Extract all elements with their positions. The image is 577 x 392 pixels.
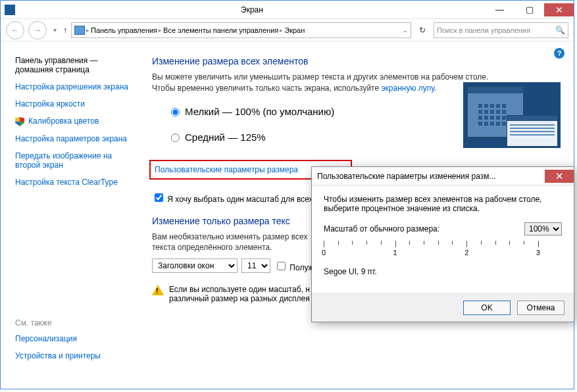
breadcrumb[interactable]: ▸ Панель управления ▸ Все элементы панел… (71, 22, 411, 38)
sidebar-item-project[interactable]: Передать изображение на второй экран (15, 151, 132, 170)
navigation-bar: ← → ▾ ↑ ▸ Панель управления ▸ Все элемен… (1, 19, 574, 41)
forward-button[interactable]: → (28, 21, 47, 39)
sidebar: Панель управления — домашняя страница На… (1, 41, 139, 387)
sidebar-item-brightness[interactable]: Настройка яркости (15, 99, 132, 109)
control-panel-icon (74, 26, 85, 35)
see-also-devices[interactable]: Устройства и принтеры (15, 351, 132, 360)
breadcrumb-sep: ▸ (280, 27, 283, 34)
dialog-titlebar: Пользовательские параметры изменения раз… (312, 167, 574, 185)
recent-dropdown-icon[interactable]: ▾ (51, 26, 59, 34)
single-scale-input[interactable] (155, 193, 163, 202)
bold-input[interactable] (277, 262, 286, 270)
ruler[interactable]: 0 1 2 3 (324, 241, 562, 260)
breadcrumb-item-2[interactable]: Экран (284, 26, 305, 34)
dialog-button-bar: OK Отмена (312, 293, 574, 322)
element-select[interactable]: Заголовки окон (152, 258, 238, 273)
font-sample: Segoe UI, 9 пт. (324, 267, 562, 276)
breadcrumb-item-0[interactable]: Панель управления (91, 26, 157, 34)
titlebar: Экран — ▢ ✕ (1, 1, 574, 19)
sidebar-item-label: Настройка текста ClearType (15, 178, 118, 187)
ruler-num-3: 3 (536, 249, 540, 257)
see-also-personalization[interactable]: Персонализация (15, 334, 132, 343)
preview-thumbnail (463, 82, 561, 148)
size-select[interactable]: 11 (241, 258, 270, 273)
scale-row: Масштаб от обычного размера: 100% (324, 222, 562, 235)
dialog-close-button[interactable]: ✕ (545, 170, 574, 183)
warning-icon (152, 285, 164, 297)
radio-small-label: Мелкий — 100% (по умолчанию) (185, 106, 334, 117)
sidebar-home[interactable]: Панель управления — домашняя страница (15, 56, 132, 74)
up-button[interactable]: ↑ (63, 26, 67, 35)
dialog-body: Чтобы изменить размер всех элементов на … (312, 185, 574, 293)
ruler-num-2: 2 (464, 249, 468, 257)
warning-text: Если вы используете один масштаб, н разл… (169, 285, 310, 303)
app-icon (5, 5, 15, 15)
close-button[interactable]: ✕ (544, 3, 574, 16)
custom-size-link[interactable]: Пользовательские параметры размера (155, 165, 298, 174)
sidebar-item-label: Калибровка цветов (28, 116, 99, 126)
search-placeholder: Поиск в панели управления (437, 26, 555, 34)
radio-medium-input[interactable] (171, 134, 180, 142)
radio-medium-label: Средний — 125% (185, 132, 266, 143)
refresh-button[interactable]: ↻ (415, 23, 430, 37)
dialog-description: Чтобы изменить размер всех элементов на … (324, 195, 562, 213)
scale-select[interactable]: 100% (524, 222, 562, 235)
main-window: Экран — ▢ ✕ ← → ▾ ↑ ▸ Панель управления … (0, 0, 574, 389)
search-icon[interactable]: 🔍 (555, 26, 565, 35)
sidebar-item-label: Настройка разрешения экрана (15, 82, 128, 91)
custom-scale-dialog: Пользовательские параметры изменения раз… (311, 166, 574, 322)
maximize-button[interactable]: ▢ (514, 3, 544, 16)
sidebar-item-settings[interactable]: Настройка параметров экрана (15, 134, 132, 143)
back-button[interactable]: ← (6, 21, 24, 39)
sidebar-item-cleartype[interactable]: Настройка текста ClearType (15, 178, 132, 187)
radio-small-input[interactable] (171, 108, 180, 116)
cancel-button[interactable]: Отмена (517, 301, 564, 315)
magnifier-link[interactable]: экранную лупу (381, 84, 434, 93)
shield-icon (15, 117, 24, 126)
window-controls: — ▢ ✕ (485, 3, 574, 16)
breadcrumb-sep: ▸ (159, 27, 162, 34)
see-also-label: Устройства и принтеры (15, 351, 101, 360)
breadcrumb-sep: ▸ (86, 27, 89, 34)
sidebar-item-resolution[interactable]: Настройка разрешения экрана (15, 82, 132, 91)
dialog-title: Пользовательские параметры изменения раз… (312, 172, 545, 181)
search-input[interactable]: Поиск в панели управления 🔍 (434, 22, 568, 38)
see-also-label: Персонализация (15, 334, 77, 343)
sidebar-home-label: Панель управления — домашняя страница (15, 56, 132, 74)
sidebar-item-calibration[interactable]: Калибровка цветов (15, 116, 132, 126)
single-scale-label: Я хочу выбрать один масштаб для всех (167, 195, 313, 204)
sidebar-item-label: Передать изображение на второй экран (15, 151, 132, 170)
heading-resize-all: Изменение размера всех элементов (152, 56, 566, 66)
ok-button[interactable]: OK (463, 301, 511, 315)
single-scale-checkbox[interactable]: Я хочу выбрать один масштаб для всех (152, 195, 313, 204)
breadcrumb-dropdown-icon[interactable]: ⌄ (403, 27, 408, 34)
see-also-heading: См. также (15, 318, 132, 328)
window-title: Экран (19, 5, 485, 14)
sidebar-item-label: Настройка параметров экрана (15, 134, 127, 143)
minimize-button[interactable]: — (485, 3, 514, 16)
scale-label: Масштаб от обычного размера: (324, 224, 439, 233)
desc-resize-all: Вы можете увеличить или уменьшить размер… (152, 72, 507, 94)
sidebar-item-label: Настройка яркости (15, 99, 85, 109)
ruler-num-1: 1 (393, 249, 397, 257)
desc-text: Вы можете увеличить или уменьшить размер… (152, 72, 488, 93)
ruler-num-0: 0 (322, 249, 326, 257)
breadcrumb-item-1[interactable]: Все элементы панели управления (163, 26, 278, 34)
